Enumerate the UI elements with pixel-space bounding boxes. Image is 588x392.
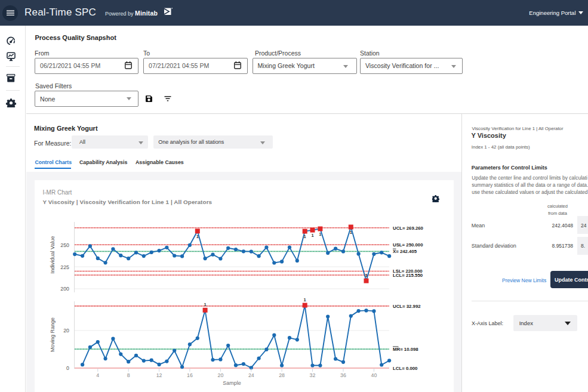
svg-text:8: 8 [127,372,130,378]
svg-text:UCL= 32.992: UCL= 32.992 [393,304,421,309]
svg-text:Moving Range: Moving Range [50,317,56,352]
svg-text:12: 12 [156,372,162,378]
svg-text:1: 1 [304,297,306,303]
svg-text:28: 28 [279,372,285,378]
svg-text:32: 32 [310,372,316,378]
svg-text:250: 250 [60,242,69,248]
svg-text:MR= 10.098: MR= 10.098 [393,347,418,352]
svg-text:225: 225 [60,264,69,270]
svg-text:Individual Value: Individual Value [50,236,56,274]
svg-text:1: 1 [204,302,207,307]
svg-text:UCL= 269.260: UCL= 269.260 [393,226,424,231]
svg-text:LCL= 215.550: LCL= 215.550 [393,273,423,278]
svg-text:40: 40 [371,372,377,378]
svg-text:20: 20 [218,372,224,378]
svg-text:1: 1 [350,230,352,235]
svg-text:16: 16 [187,372,193,378]
svg-text:0: 0 [66,365,69,371]
svg-text:1: 1 [319,232,321,237]
svg-text:24: 24 [248,372,254,378]
svg-text:36: 36 [340,372,346,378]
svg-text:4: 4 [96,372,99,378]
svg-text:1: 1 [196,234,199,239]
svg-text:200: 200 [60,286,69,292]
svg-text:Sample: Sample [223,380,241,386]
svg-text:1: 1 [311,233,313,238]
svg-text:1: 1 [304,234,306,239]
svg-text:LCL= 0.000: LCL= 0.000 [393,366,418,371]
svg-text:USL= 250.000: USL= 250.000 [393,242,423,248]
svg-text:X= 242.405: X= 242.405 [393,249,417,254]
svg-text:1: 1 [365,273,367,278]
svg-text:20: 20 [63,328,69,334]
